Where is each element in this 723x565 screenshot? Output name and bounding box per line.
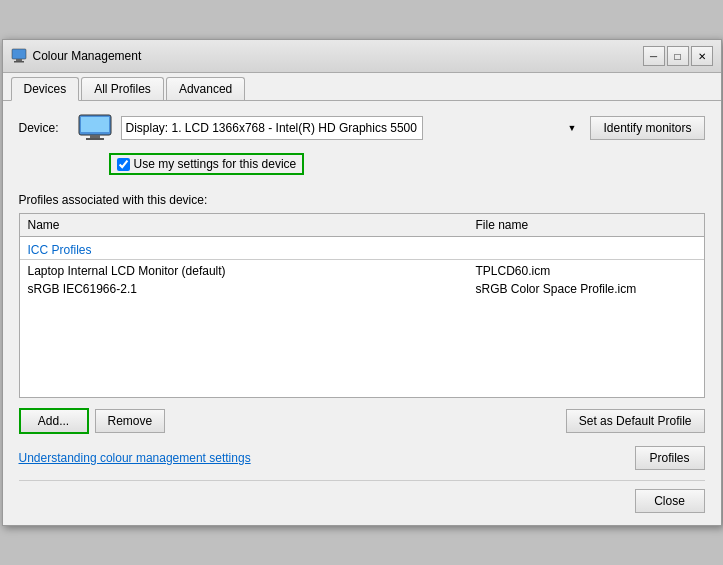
table-body: ICC Profiles Laptop Internal LCD Monitor…	[20, 237, 704, 397]
set-default-button[interactable]: Set as Default Profile	[566, 409, 705, 433]
icc-profiles-group: ICC Profiles	[20, 241, 704, 260]
device-label: Device:	[19, 121, 69, 135]
title-bar-left: Colour Management	[11, 48, 142, 64]
title-controls: ─ □ ✕	[643, 46, 713, 66]
monitor-device-icon	[77, 113, 113, 143]
close-button[interactable]: Close	[635, 489, 705, 513]
svg-rect-5	[90, 135, 100, 138]
profiles-table: Name File name ICC Profiles Laptop Inter…	[19, 213, 705, 398]
use-settings-checkbox[interactable]	[117, 158, 130, 171]
checkbox-section: Use my settings for this device	[19, 153, 705, 187]
row-filename-2: sRGB Color Space Profile.icm	[476, 282, 696, 296]
main-content: Device: Display: 1. LCD 1366x768 - Intel…	[3, 101, 721, 525]
col-filename-header: File name	[476, 218, 696, 232]
svg-rect-0	[12, 49, 26, 59]
use-settings-label: Use my settings for this device	[134, 157, 297, 171]
maximize-button[interactable]: □	[667, 46, 689, 66]
tab-devices[interactable]: Devices	[11, 77, 80, 101]
svg-rect-4	[81, 117, 109, 132]
window-icon	[11, 48, 27, 64]
remove-button[interactable]: Remove	[95, 409, 166, 433]
col-name-header: Name	[28, 218, 476, 232]
checkbox-row: Use my settings for this device	[109, 153, 305, 175]
row-name-1: Laptop Internal LCD Monitor (default)	[28, 264, 476, 278]
table-header: Name File name	[20, 214, 704, 237]
add-button[interactable]: Add...	[19, 408, 89, 434]
window-title: Colour Management	[33, 49, 142, 63]
footer-row: Understanding colour management settings…	[19, 446, 705, 470]
tab-advanced[interactable]: Advanced	[166, 77, 245, 100]
device-select[interactable]: Display: 1. LCD 1366x768 - Intel(R) HD G…	[121, 116, 423, 140]
tabs-bar: Devices All Profiles Advanced	[3, 73, 721, 101]
tab-all-profiles[interactable]: All Profiles	[81, 77, 164, 100]
action-button-row: Add... Remove Set as Default Profile	[19, 408, 705, 434]
profiles-section-label: Profiles associated with this device:	[19, 193, 705, 207]
row-filename-1: TPLCD60.icm	[476, 264, 696, 278]
row-name-2: sRGB IEC61966-2.1	[28, 282, 476, 296]
table-row[interactable]: sRGB IEC61966-2.1 sRGB Color Space Profi…	[20, 280, 704, 298]
colour-management-window: Colour Management ─ □ ✕ Devices All Prof…	[2, 39, 722, 526]
close-row: Close	[19, 480, 705, 513]
identify-monitors-button[interactable]: Identify monitors	[590, 116, 704, 140]
minimize-button[interactable]: ─	[643, 46, 665, 66]
title-bar: Colour Management ─ □ ✕	[3, 40, 721, 73]
profiles-button[interactable]: Profiles	[635, 446, 705, 470]
window-close-button[interactable]: ✕	[691, 46, 713, 66]
svg-rect-2	[14, 61, 24, 63]
device-select-wrapper: Display: 1. LCD 1366x768 - Intel(R) HD G…	[121, 116, 583, 140]
device-row: Device: Display: 1. LCD 1366x768 - Intel…	[19, 113, 705, 143]
understanding-link[interactable]: Understanding colour management settings	[19, 451, 251, 465]
svg-rect-6	[86, 138, 104, 140]
use-settings-checkbox-label[interactable]: Use my settings for this device	[109, 153, 305, 175]
table-row[interactable]: Laptop Internal LCD Monitor (default) TP…	[20, 262, 704, 280]
svg-rect-1	[16, 59, 22, 61]
